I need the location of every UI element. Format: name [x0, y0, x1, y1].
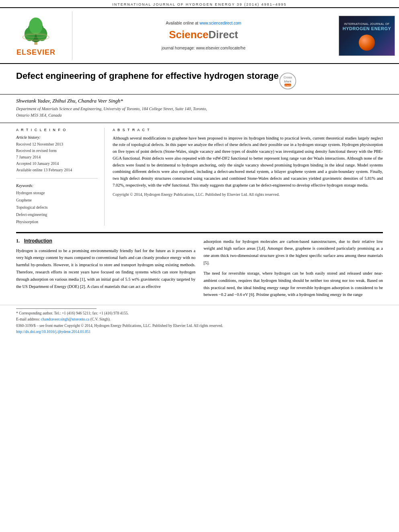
available-text: Available online at www.sciencedirect.co…	[166, 21, 241, 25]
article-history-block: Article history: Received 12 November 20…	[16, 135, 98, 173]
doi-link[interactable]: http://dx.doi.org/10.1016/j.ijhydene.201…	[16, 330, 90, 334]
keyword-3: Topological defects	[16, 204, 98, 211]
issn-footnote: 0360-3199/$ – see front matter Copyright…	[16, 323, 383, 329]
cover-sphere-graphic	[359, 35, 375, 51]
history-label: Article history:	[16, 135, 98, 140]
doi-footnote: http://dx.doi.org/10.1016/j.ijhydene.201…	[16, 329, 383, 335]
header-section: ELSEVIER Available online at www.science…	[0, 8, 399, 64]
corresponding-footnote: * Corresponding author. Tel.: +1 (416) 9…	[16, 310, 383, 316]
article-title: Defect engineering of graphene for effec…	[16, 70, 279, 82]
content-area: A R T I C L E I N F O Article history: R…	[0, 123, 399, 226]
intro-heading: Introduction	[24, 238, 52, 244]
elsevier-logo: ELSEVIER	[16, 14, 56, 57]
keyword-1: Hydrogen storage	[16, 189, 98, 197]
email-link[interactable]: chandraveer.singh@utoronto.ca	[41, 317, 90, 321]
header-center: Available online at www.sciencedirect.co…	[72, 11, 335, 60]
available-date: Available online 13 February 2014	[16, 167, 98, 173]
body-section: 1. Introduction Hydrogen is considered t…	[0, 233, 399, 302]
keyword-2: Graphene	[16, 197, 98, 204]
authors: Shwetank Yadav, Zhihui Zhu, Chandra Veer…	[16, 98, 383, 104]
svg-text:Mark: Mark	[284, 80, 292, 83]
elsevier-wordmark: ELSEVIER	[16, 48, 56, 57]
abstract-heading: A B S T R A C T	[113, 128, 383, 132]
intro-number: 1.	[16, 238, 20, 244]
elsevier-tree-icon	[18, 14, 54, 47]
body-right-column: adsorption media for hydrogen molecules …	[204, 238, 383, 302]
page: International Journal of Hydrogen Energy…	[0, 0, 399, 532]
accepted-date: Accepted 10 January 2014	[16, 160, 98, 167]
svg-point-4	[29, 18, 43, 34]
svg-text:Cross: Cross	[284, 76, 292, 79]
info-divider	[16, 178, 98, 179]
journal-cover: International Journal of HYDROGEN ENERGY	[339, 16, 395, 56]
abstract-paragraph: Although several modifications to graphe…	[113, 135, 383, 189]
journal-title-bar: International Journal of Hydrogen Energy…	[112, 2, 287, 6]
journal-cover-area: International Journal of HYDROGEN ENERGY	[335, 11, 399, 60]
article-title-section: Defect engineering of graphene for effec…	[0, 64, 399, 94]
intro-para2: adsorption media for hydrogen molecules …	[204, 238, 383, 299]
footnote-section: * Corresponding author. Tel.: +1 (416) 9…	[0, 305, 399, 337]
sciencedirect-logo: ScienceDirect	[169, 29, 238, 41]
cover-title: International Journal of HYDROGEN ENERGY	[341, 21, 393, 33]
journal-topbar: International Journal of Hydrogen Energy…	[0, 0, 399, 8]
svg-text:check: check	[284, 84, 291, 86]
body-left-column: 1. Introduction Hydrogen is considered t…	[16, 238, 195, 302]
email-footnote: E-mail address: chandraveer.singh@utoron…	[16, 316, 383, 322]
abstract-text: Although several modifications to graphe…	[113, 135, 383, 197]
keyword-5: Physisorption	[16, 218, 98, 226]
revised-label: Received in revised form	[16, 148, 98, 154]
affiliation: Department of Materials Science and Engi…	[16, 106, 383, 119]
revised-date: 7 January 2014	[16, 154, 98, 160]
intro-para1: Hydrogen is considered to be a promising…	[16, 247, 195, 290]
article-info-heading: A R T I C L E I N F O	[16, 128, 98, 132]
sciencedirect-url[interactable]: www.sciencedirect.com	[200, 21, 241, 25]
keyword-4: Defect-engineering	[16, 211, 98, 218]
authors-section: Shwetank Yadav, Zhihui Zhu, Chandra Veer…	[0, 94, 399, 120]
elsevier-logo-area: ELSEVIER	[0, 11, 72, 60]
intro-header: 1. Introduction	[16, 238, 195, 244]
footnote-rule	[16, 308, 97, 309]
crossmark-area: Cross Mark check	[279, 72, 297, 91]
keywords-block: Keywords: Hydrogen storage Graphene Topo…	[16, 183, 98, 226]
journal-homepage: journal homepage: www.elsevier.com/locat…	[162, 46, 245, 50]
authors-text: Shwetank Yadav, Zhihui Zhu, Chandra Veer…	[16, 98, 123, 104]
crossmark-icon: Cross Mark check	[279, 72, 297, 90]
keywords-label: Keywords:	[16, 183, 98, 188]
abstract-column: A B S T R A C T Although several modific…	[113, 128, 383, 226]
received-date: Received 12 November 2013	[16, 141, 98, 148]
copyright-text: Copyright © 2014, Hydrogen Energy Public…	[113, 191, 383, 197]
article-info-column: A R T I C L E I N F O Article history: R…	[16, 128, 105, 226]
